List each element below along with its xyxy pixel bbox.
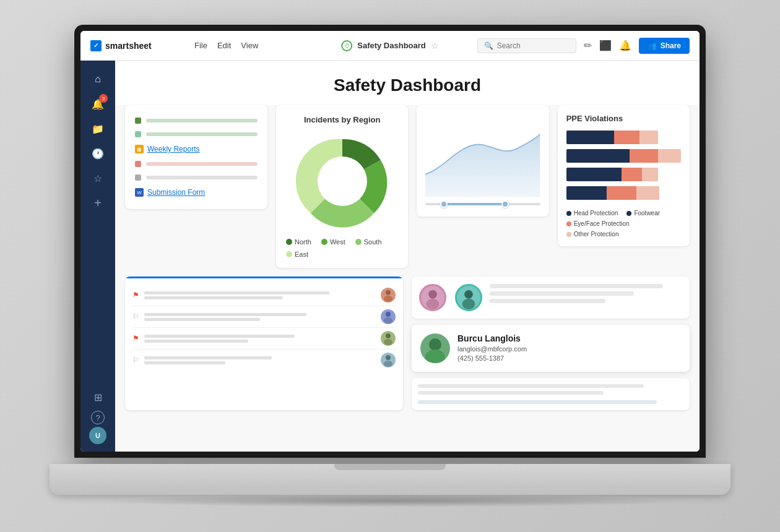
row-avatar-4 — [381, 353, 396, 367]
clock-nav-icon: ⏱ — [341, 40, 352, 51]
table-row-3[interactable]: ⚑ — [132, 328, 396, 350]
right-panel: Burcu Langlois langlois@mbfcorp.com (425… — [412, 277, 690, 410]
avatar-1[interactable] — [419, 284, 446, 311]
file-dot-3 — [135, 161, 141, 167]
donut-chart — [293, 132, 392, 231]
svg-point-10 — [427, 299, 440, 309]
main-content: Safety Dashboard — [115, 61, 700, 452]
nav-actions: 🔍 ✏ ⬛ 🔔 👥 Share — [477, 38, 690, 54]
bottom-text-3 — [418, 400, 657, 404]
svg-point-6 — [384, 339, 392, 345]
sidebar-folders[interactable]: 📁 — [87, 118, 109, 140]
sidebar-home[interactable]: ⌂ — [87, 68, 109, 90]
bar-seg-peach-4 — [636, 186, 659, 200]
favorite-star[interactable]: ☆ — [431, 41, 439, 51]
bar-seg-navy-2 — [566, 149, 630, 163]
legend-dot-west — [321, 239, 327, 245]
bar-seg-navy-3 — [566, 168, 622, 181]
bottom-text-2 — [418, 391, 604, 395]
legend-dot-head — [566, 211, 571, 216]
notification-bell-icon[interactable]: 🔔 — [619, 40, 631, 51]
contact-phone: (425) 555-1387 — [457, 354, 527, 362]
row-bar-2b — [144, 318, 260, 321]
file-bar-1 — [146, 119, 258, 122]
avatar-2[interactable] — [455, 284, 482, 311]
contact-info: Burcu Langlois langlois@mbfcorp.com (425… — [457, 333, 527, 363]
word-file-icon: W — [135, 188, 144, 197]
sidebar-help[interactable]: ? — [91, 411, 105, 424]
share-button[interactable]: 👥 Share — [639, 38, 690, 54]
file-row-4 — [132, 171, 260, 184]
avatars-row — [419, 284, 482, 311]
contact-card: Burcu Langlois langlois@mbfcorp.com (425… — [412, 325, 690, 372]
nav-center: ⏱ Safety Dashboard ☆ — [341, 40, 439, 51]
bar-row-1 — [566, 131, 681, 144]
sidebar-add[interactable]: + — [87, 192, 109, 214]
page-title: Safety Dashboard — [115, 75, 700, 95]
legend-head-protection: Head Protection — [566, 210, 618, 217]
flag-icon-1: ⚑ — [132, 291, 139, 299]
table-row-1[interactable]: ⚑ — [132, 285, 396, 306]
bar-row-2 — [566, 149, 681, 163]
svg-point-13 — [429, 338, 441, 351]
legend-east: East — [286, 251, 308, 258]
slider-right-handle[interactable] — [501, 200, 509, 208]
row-bar-3a — [144, 335, 295, 338]
weekly-reports-link[interactable]: ▦ Weekly Reports — [132, 141, 260, 157]
file-menu[interactable]: File — [194, 41, 207, 50]
file-bar-4 — [146, 176, 258, 179]
row-bars-2 — [144, 313, 376, 321]
doc-title: Safety Dashboard — [357, 41, 426, 50]
bar-seg-navy-4 — [566, 186, 607, 200]
legend-north: North — [286, 238, 311, 246]
donut-legend: North West South — [286, 238, 398, 258]
file-bar-3 — [146, 162, 258, 166]
submission-form-link[interactable]: W Submission Form — [132, 184, 260, 200]
svg-point-5 — [386, 333, 391, 338]
text-line-1 — [490, 284, 663, 288]
table-row-4[interactable]: ⚐ — [132, 350, 396, 371]
sidebar-apps[interactable]: ⊞ — [87, 386, 109, 408]
legend-west: West — [321, 238, 345, 246]
search-bar[interactable]: 🔍 — [477, 38, 576, 53]
donut-chart-card: Incidents by Region — [276, 105, 408, 268]
file-bar-2 — [146, 132, 258, 136]
main-layout: ⌂ 🔔 3 📁 🕐 ☆ + ⊞ ? U — [80, 61, 700, 452]
row-avatar-2 — [381, 309, 396, 324]
present-icon[interactable]: ⬛ — [599, 40, 612, 51]
file-row-3 — [132, 157, 260, 171]
donut-chart-title: Incidents by Region — [304, 115, 381, 124]
file-list-card: ▦ Weekly Reports — [125, 105, 267, 209]
stacked-bar-chart — [566, 131, 681, 200]
people-panel — [412, 277, 690, 319]
flag-icon-3: ⚑ — [132, 334, 139, 343]
svg-point-1 — [386, 290, 391, 295]
legend-dot-eye — [566, 221, 571, 226]
sidebar-notifications[interactable]: 🔔 3 — [87, 93, 109, 115]
legend-south: South — [355, 238, 382, 246]
file-dot-1 — [135, 118, 141, 124]
grid-file-icon: ▦ — [135, 145, 144, 153]
search-input[interactable] — [497, 41, 570, 50]
legend-dot-south — [355, 239, 362, 245]
table-row-2[interactable]: ⚐ — [132, 306, 396, 328]
row-bar-3b — [144, 340, 248, 343]
row-avatar-1 — [381, 288, 396, 302]
text-content — [490, 284, 682, 303]
view-menu[interactable]: View — [241, 41, 258, 50]
edit-icon[interactable]: ✏ — [584, 40, 592, 51]
svg-point-12 — [462, 299, 475, 309]
legend-other-protection: Other Protection — [566, 231, 619, 238]
table-header-bar — [125, 277, 403, 278]
contact-name: Burcu Langlois — [457, 333, 527, 343]
sidebar-recent[interactable]: 🕐 — [87, 142, 109, 165]
legend-dot-east — [286, 251, 292, 257]
svg-point-0 — [318, 157, 367, 206]
edit-menu[interactable]: Edit — [217, 41, 231, 50]
submission-form-label: Submission Form — [147, 188, 205, 197]
slider-left-handle[interactable] — [440, 200, 448, 208]
legend-eye-protection: Eye/Face Protection — [566, 220, 630, 227]
user-avatar[interactable]: U — [89, 427, 106, 444]
sidebar-favorites[interactable]: ☆ — [87, 167, 109, 189]
row-bar-2a — [144, 313, 306, 316]
